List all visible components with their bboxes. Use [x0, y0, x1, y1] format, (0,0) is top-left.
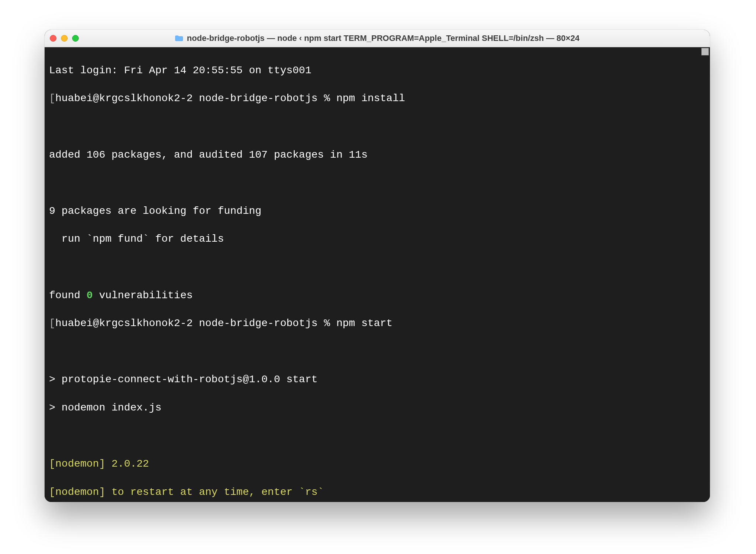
line-vulnerabilities: found 0 vulnerabilities: [49, 289, 705, 303]
line-script-2: > nodemon index.js: [49, 401, 705, 415]
prompt-1-cmd: npm install: [336, 93, 405, 104]
scrollbar-track[interactable]: [701, 47, 710, 502]
blank-line: [49, 176, 705, 190]
titlebar: node-bridge-robotjs — node ‹ npm start T…: [45, 30, 710, 47]
terminal-body[interactable]: Last login: Fri Apr 14 20:55:55 on ttys0…: [45, 47, 710, 502]
line-script-1: > protopie-connect-with-robotjs@1.0.0 st…: [49, 373, 705, 387]
terminal-window: node-bridge-robotjs — node ‹ npm start T…: [45, 30, 710, 502]
blank-line: [49, 260, 705, 274]
prompt-2-cmd: npm start: [336, 318, 392, 329]
line-nodemon-version: [nodemon] 2.0.22: [49, 457, 705, 471]
zoom-button[interactable]: [72, 35, 79, 42]
window-title-wrap: node-bridge-robotjs — node ‹ npm start T…: [175, 33, 579, 43]
blank-line: [49, 429, 705, 443]
vuln-count: 0: [87, 290, 93, 301]
blank-line: [49, 345, 705, 359]
folder-icon: [175, 35, 183, 42]
line-nodemon-restart: [nodemon] to restart at any time, enter …: [49, 485, 705, 499]
line-funding-2: run `npm fund` for details: [49, 232, 705, 246]
terminal-output: Last login: Fri Apr 14 20:55:55 on ttys0…: [45, 47, 710, 502]
scroll-indicator[interactable]: [701, 48, 709, 55]
blank-line: [49, 120, 705, 134]
vuln-suffix: vulnerabilities: [93, 290, 193, 301]
prompt-2-user: huabei@krgcslkhonok2-2 node-bridge-robot…: [55, 318, 336, 329]
traffic-lights: [50, 35, 79, 42]
line-last-login: Last login: Fri Apr 14 20:55:55 on ttys0…: [49, 64, 705, 78]
close-button[interactable]: [50, 35, 56, 42]
window-title: node-bridge-robotjs — node ‹ npm start T…: [187, 33, 579, 43]
line-prompt-1: [huabei@krgcslkhonok2-2 node-bridge-robo…: [49, 91, 705, 106]
prompt-1-user: huabei@krgcslkhonok2-2 node-bridge-robot…: [55, 93, 336, 104]
vuln-prefix: found: [49, 290, 87, 301]
line-install-added: added 106 packages, and audited 107 pack…: [49, 148, 705, 162]
line-prompt-2: [huabei@krgcslkhonok2-2 node-bridge-robo…: [49, 316, 705, 331]
minimize-button[interactable]: [61, 35, 68, 42]
stage: node-bridge-robotjs — node ‹ npm start T…: [0, 0, 756, 554]
line-funding-1: 9 packages are looking for funding: [49, 204, 705, 218]
